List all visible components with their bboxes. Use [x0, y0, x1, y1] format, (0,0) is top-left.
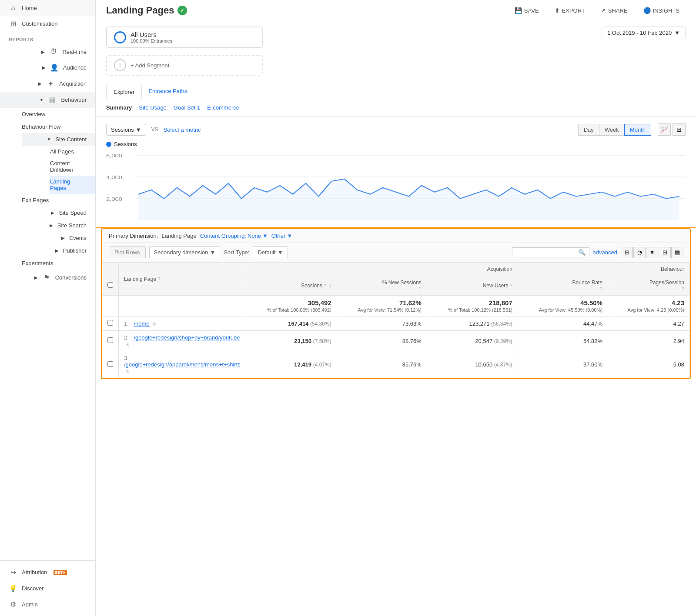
row-new-users-value: 20,547	[475, 338, 492, 344]
sort-label: Sort Type:	[224, 249, 249, 256]
copy-icon[interactable]: ⎘	[126, 369, 129, 374]
sidebar-item-customisation[interactable]: ⊞ Customisation	[0, 16, 95, 32]
sidebar-item-realtime[interactable]: ▶ ⏱ Real-time	[0, 44, 95, 60]
tab-summary[interactable]: Summary	[106, 103, 132, 113]
select-metric[interactable]: Select a metric	[164, 127, 201, 133]
secondary-dimension-dropdown[interactable]: Secondary dimension ▼	[149, 246, 221, 258]
sidebar-item-publisher[interactable]: ▶ Publisher	[22, 244, 95, 257]
sessions-help-icon[interactable]: ?	[324, 283, 326, 288]
row-pages-cell: 5.08	[608, 351, 690, 378]
sidebar-item-home[interactable]: ⌂ Home	[0, 0, 95, 16]
tab-explorer[interactable]: Explorer	[106, 85, 142, 99]
sort-dropdown-icon: ▼	[278, 249, 283, 256]
segment-sub: 100.00% Entrances	[130, 38, 172, 43]
bounce-help-icon[interactable]: ?	[600, 286, 602, 291]
sidebar-item-discover[interactable]: 💡 Discover	[0, 580, 95, 596]
totals-row: 305,492 % of Total: 100.00% (305,492) 71…	[102, 296, 690, 316]
sidebar-item-all-pages[interactable]: All Pages	[50, 146, 95, 157]
row-checkbox-cell[interactable]	[102, 316, 119, 331]
grid-view-button[interactable]: ⊞	[621, 247, 633, 258]
sidebar-item-landing-pages[interactable]: Landing Pages	[50, 176, 95, 194]
sidebar-item-exit-pages[interactable]: Exit Pages	[22, 194, 95, 206]
search-input[interactable]	[516, 249, 577, 256]
copy-icon[interactable]: ⎘	[153, 321, 156, 326]
share-button[interactable]: ↗ SHARE	[595, 4, 634, 17]
total-landing-cell	[119, 296, 246, 316]
tab-goal-set[interactable]: Goal Set 1	[174, 104, 200, 111]
other-link[interactable]: Other ▼	[271, 233, 292, 239]
sidebar-item-attribution[interactable]: ↪ Attribution BETA	[0, 564, 95, 580]
sidebar-item-experiments[interactable]: Experiments	[22, 257, 95, 270]
week-button[interactable]: Week	[599, 124, 625, 136]
table-controls: Plot Rows Secondary dimension ▼ Sort Typ…	[102, 243, 690, 262]
metric-label: Sessions	[111, 127, 134, 133]
row-checkbox[interactable]	[107, 337, 113, 343]
add-segment-button[interactable]: + + Add Segment	[106, 55, 263, 76]
home-icon: ⌂	[9, 4, 17, 12]
list-view-button[interactable]: ≡	[646, 247, 658, 258]
date-range-picker[interactable]: 1 Oct 2019 - 10 Feb 2020 ▼	[602, 27, 686, 39]
month-button[interactable]: Month	[624, 124, 651, 136]
row-checkbox[interactable]	[107, 361, 113, 367]
row-pct-new-cell: 73.63%	[337, 316, 427, 331]
sessions-sort-icon[interactable]: ↓	[329, 283, 331, 289]
metric-dropdown[interactable]: Sessions ▼	[106, 124, 146, 136]
sidebar-item-site-content[interactable]: ▼ Site Content	[22, 133, 95, 146]
sidebar-item-events[interactable]: ▶ Events	[22, 232, 95, 244]
advanced-link[interactable]: advanced	[593, 249, 617, 256]
page-title-text: Landing Pages	[106, 5, 174, 16]
day-button[interactable]: Day	[578, 124, 599, 136]
landing-page-link[interactable]: /home	[134, 320, 149, 327]
select-all-checkbox[interactable]	[107, 282, 113, 288]
chart-controls: Sessions ▼ VS Select a metric Day Week M…	[106, 123, 686, 136]
expand-icon: ▶	[50, 223, 53, 228]
customisation-icon: ⊞	[9, 20, 17, 28]
sidebar-item-acquisition[interactable]: ▶ ✦ Acquisition	[0, 76, 95, 92]
table-row: 1. /home ⎘ 167,414 (54.80%) 73.63% 123,2…	[102, 316, 690, 331]
row-checkbox[interactable]	[107, 320, 113, 326]
sort-type-dropdown[interactable]: Default ▼	[253, 246, 288, 258]
row-bounce-value: 37.60%	[583, 361, 602, 368]
sidebar-item-site-speed[interactable]: ▶ Site Speed	[22, 206, 95, 219]
sidebar-item-behaviour-flow[interactable]: Behaviour Flow	[22, 120, 95, 133]
pie-view-button[interactable]: ◔	[633, 247, 646, 258]
acquisition-icon: ✦	[46, 80, 55, 88]
export-button[interactable]: ⬆ EXPORT	[549, 4, 591, 17]
save-button[interactable]: 💾 SAVE	[509, 4, 545, 17]
sidebar-overview-label: Overview	[22, 111, 45, 117]
landing-help-icon[interactable]: ?	[157, 276, 160, 282]
sidebar-item-conversions[interactable]: ▶ ⚑ Conversions	[0, 270, 95, 286]
line-chart-button[interactable]: 📈	[658, 123, 671, 136]
audience-icon: 👤	[50, 63, 59, 72]
row-checkbox-cell[interactable]	[102, 331, 119, 351]
sparkline-view-button[interactable]: ▦	[671, 247, 683, 258]
sidebar-item-admin[interactable]: ⚙ Admin	[0, 596, 95, 613]
bar-chart-button[interactable]: ⊞	[673, 123, 686, 136]
expand-icon: ▶	[38, 81, 42, 86]
insights-button[interactable]: 🔵 INSIGHTS	[637, 4, 686, 17]
row-sessions-cell: 12,419 (4.07%)	[246, 351, 337, 378]
pct-new-help-icon[interactable]: ?	[419, 286, 422, 291]
add-segment-icon: +	[114, 59, 126, 71]
copy-icon[interactable]: ⎘	[126, 342, 129, 347]
landing-page-link[interactable]: /google+redesign/apparel/mens/mens+t+shi…	[124, 361, 241, 368]
sidebar-item-content-drilldown[interactable]: Content Drilldown	[50, 157, 95, 176]
row-checkbox-cell[interactable]	[102, 351, 119, 378]
plot-rows-button[interactable]: Plot Rows	[109, 246, 146, 258]
sidebar-item-behaviour[interactable]: ▼ ▦ Behaviour	[0, 92, 95, 108]
pivot-view-button[interactable]: ⊟	[659, 247, 671, 258]
sidebar-item-site-search[interactable]: ▶ Site Search	[22, 219, 95, 232]
new-users-help-icon[interactable]: ?	[510, 283, 512, 288]
row-sessions-pct: (7.58%)	[313, 338, 331, 344]
sidebar-item-audience[interactable]: ▶ 👤 Audience	[0, 60, 95, 76]
tab-entrance-paths[interactable]: Entrance Paths	[141, 84, 194, 99]
content-grouping-link[interactable]: Content Grouping: None ▼	[200, 233, 268, 239]
checkbox-all[interactable]	[102, 276, 119, 296]
tab-site-usage[interactable]: Site Usage	[139, 104, 167, 111]
sidebar: ⌂ Home ⊞ Customisation REPORTS ▶ ⏱ Real-…	[0, 0, 96, 616]
landing-page-link[interactable]: /google+redesign/shop+by+brand/youtube	[134, 334, 240, 341]
pages-help-icon[interactable]: ?	[682, 286, 684, 291]
tab-ecommerce[interactable]: E-commerce	[207, 104, 239, 111]
search-icon[interactable]: 🔍	[579, 249, 586, 256]
sidebar-item-overview[interactable]: Overview	[22, 108, 95, 120]
